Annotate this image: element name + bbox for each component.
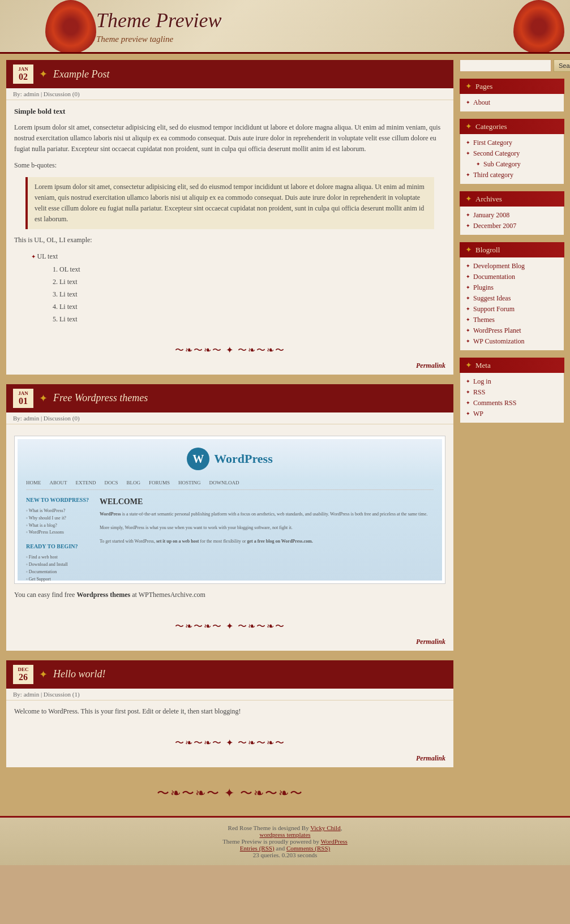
pages-title: Pages xyxy=(475,82,492,91)
blogroll-title: Blogroll xyxy=(475,246,500,255)
sidebar-item-sub-category[interactable]: Sub Category xyxy=(476,159,558,170)
sidebar-item-wp[interactable]: WP xyxy=(466,409,558,419)
sidebar-item-themes[interactable]: Themes xyxy=(466,315,558,325)
blogroll-section: ✦ Blogroll Development Blog Documentatio… xyxy=(460,242,564,351)
sidebar-item-login[interactable]: Log in xyxy=(466,376,558,387)
footer-entries-rss-link[interactable]: Entries (RSS) xyxy=(240,845,275,852)
meta-header: ✦ Meta xyxy=(460,358,564,373)
post-li-2: Li text xyxy=(59,289,445,300)
post-hello-world: DEC 26 ✦ Hello world! By: admin | Discus… xyxy=(6,660,454,768)
bottom-divider: 〜❧〜❧〜 ✦ 〜❧〜❧〜 xyxy=(6,776,454,810)
search-button[interactable]: Search xyxy=(554,59,570,72)
footer-comments-rss-link[interactable]: Comments (RSS) xyxy=(286,845,330,852)
sidebar-item-documentation[interactable]: Documentation xyxy=(466,272,558,282)
post-title-1: Example Post xyxy=(53,68,447,80)
footer-line1: Red Rose Theme is designed By Vicky Chil… xyxy=(7,824,563,831)
content-area: JAN 02 ✦ Example Post By: admin | Discus… xyxy=(6,59,454,810)
archives-title: Archives xyxy=(475,195,502,204)
categories-header: ✦ Categories xyxy=(460,119,564,134)
post-fleur-icon-2: ✦ xyxy=(39,392,48,405)
sidebar-item-support-forum[interactable]: Support Forum xyxy=(466,304,558,315)
post-ul: UL text OL text Li text Li text Li text … xyxy=(31,251,445,325)
search-input[interactable] xyxy=(460,59,551,72)
sidebar-item-wp-customization[interactable]: WP Customization xyxy=(466,336,558,347)
sidebar: Search ✦ Pages About ✦ Categories First xyxy=(460,59,564,810)
meta-fleur-icon: ✦ xyxy=(465,360,472,370)
post-date-2: JAN 01 xyxy=(13,389,33,408)
post-body-2: W WordPress HOME ABOUT EXTEND DOCS BLOG … xyxy=(6,424,453,612)
post-meta-3: By: admin | Discussion (1) xyxy=(6,689,453,700)
wp-logo: W WordPress xyxy=(187,448,272,470)
permalink-3[interactable]: Permalink xyxy=(416,754,445,762)
wp-sidebar: NEW TO WORDPRESS? ◦ What is WordPress? ◦… xyxy=(26,496,94,583)
footer-powered-by-link[interactable]: WordPress xyxy=(320,838,347,845)
site-footer: Red Rose Theme is designed By Vicky Chil… xyxy=(0,816,570,865)
wp-main-content: WELCOME WordPress is a state-of-the-art … xyxy=(100,496,434,583)
footer-wp-templates-link[interactable]: wordpress templates xyxy=(259,831,310,838)
post-fleur-icon-1: ✦ xyxy=(39,68,48,80)
sidebar-item-plugins[interactable]: Plugins xyxy=(466,282,558,293)
post-ol: OL text Li text Li text Li text Li text xyxy=(59,264,445,325)
site-title: Theme Preview xyxy=(96,8,222,32)
post-footer-2: 〜❧〜❧〜 ✦ 〜❧〜❧〜 Permalink xyxy=(6,612,453,651)
categories-section: ✦ Categories First Category Second Categ… xyxy=(460,119,564,184)
footer-queries: 23 queries. 0.203 seconds xyxy=(7,852,563,858)
meta-section: ✦ Meta Log in RSS Comments RSS WP xyxy=(460,358,564,423)
post-header-2: JAN 01 ✦ Free Wordpress themes xyxy=(6,384,453,412)
categories-fleur-icon: ✦ xyxy=(465,122,472,131)
permalink-2[interactable]: Permalink xyxy=(416,638,445,646)
sidebar-item-jan-2008[interactable]: January 2008 xyxy=(466,210,558,221)
post-header-3: DEC 26 ✦ Hello world! xyxy=(6,660,453,689)
post-header-1: JAN 02 ✦ Example Post xyxy=(6,60,453,88)
main-wrapper: JAN 02 ✦ Example Post By: admin | Discus… xyxy=(0,54,570,816)
post-title-3: Hello world! xyxy=(53,668,447,680)
wp-logo-text: WordPress xyxy=(214,449,272,469)
categories-content: First Category Second Category Sub Categ… xyxy=(460,134,564,184)
blogroll-header: ✦ Blogroll xyxy=(460,242,564,257)
post-date-3: DEC 26 xyxy=(13,665,33,684)
pages-fleur-icon: ✦ xyxy=(465,81,472,91)
permalink-1[interactable]: Permalink xyxy=(416,362,445,369)
sidebar-item-dec-2007[interactable]: December 2007 xyxy=(466,221,558,231)
post-date-1: JAN 02 xyxy=(13,65,33,84)
sidebar-item-third-category[interactable]: Third category xyxy=(466,170,558,180)
post-caption-2: You can easy find free Wordpress themes … xyxy=(14,590,445,600)
post-body-1: Simple bold text Lorem ipsum dolor sit a… xyxy=(6,100,453,336)
post-ul-text: UL text xyxy=(31,251,445,262)
sidebar-item-suggest-ideas[interactable]: Suggest Ideas xyxy=(466,293,558,304)
post-blockquote: Lorem ipsum dolor sit amet, consectetur … xyxy=(25,177,434,230)
sidebar-item-second-category[interactable]: Second Category xyxy=(466,148,558,159)
sidebar-item-first-category[interactable]: First Category xyxy=(466,137,558,148)
sidebar-item-dev-blog[interactable]: Development Blog xyxy=(466,261,558,272)
post-divider-3: 〜❧〜❧〜 ✦ 〜❧〜❧〜 xyxy=(14,733,445,754)
pages-content: About xyxy=(460,94,564,112)
post-li-4: Li text xyxy=(59,314,445,325)
post-bold-heading: Simple bold text xyxy=(14,106,445,118)
wp-image-inner: W WordPress HOME ABOUT EXTEND DOCS BLOG … xyxy=(18,439,442,581)
sidebar-item-about[interactable]: About xyxy=(466,97,558,108)
sidebar-item-rss[interactable]: RSS xyxy=(466,387,558,398)
post-paragraph-1: Lorem ipsum dolor sit amet, consectetur … xyxy=(14,122,445,155)
post-example: JAN 02 ✦ Example Post By: admin | Discus… xyxy=(6,59,454,375)
post-title-2: Free Wordpress themes xyxy=(53,392,447,404)
search-widget: Search xyxy=(460,59,564,72)
post-footer-3: 〜❧〜❧〜 ✦ 〜❧〜❧〜 Permalink xyxy=(6,728,453,767)
post-list-intro: This is UL, OL, LI example: xyxy=(14,235,445,246)
header-text: Theme Preview Theme preview tagline xyxy=(96,8,222,44)
site-header: Theme Preview Theme preview tagline xyxy=(0,0,570,54)
footer-designer-link[interactable]: Vicky Child xyxy=(310,824,340,831)
wp-image-block: W WordPress HOME ABOUT EXTEND DOCS BLOG … xyxy=(14,436,445,584)
post-body-3: Welcome to WordPress. This is your first… xyxy=(6,700,453,728)
pages-header: ✦ Pages xyxy=(460,79,564,94)
post-meta-2: By: admin | Discussion (0) xyxy=(6,412,453,424)
archives-fleur-icon: ✦ xyxy=(465,194,472,204)
blogroll-fleur-icon: ✦ xyxy=(465,245,472,255)
post-meta-1: By: admin | Discussion (0) xyxy=(6,88,453,100)
post-paragraph-2: Some b-quotes: xyxy=(14,160,445,171)
sidebar-item-comments-rss[interactable]: Comments RSS xyxy=(466,398,558,409)
post-li-1: Li text xyxy=(59,277,445,287)
site-tagline: Theme preview tagline xyxy=(96,35,222,44)
archives-content: January 2008 December 2007 xyxy=(460,207,564,235)
post-li-3: Li text xyxy=(59,302,445,312)
sidebar-item-wp-planet[interactable]: WordPress Planet xyxy=(466,325,558,336)
